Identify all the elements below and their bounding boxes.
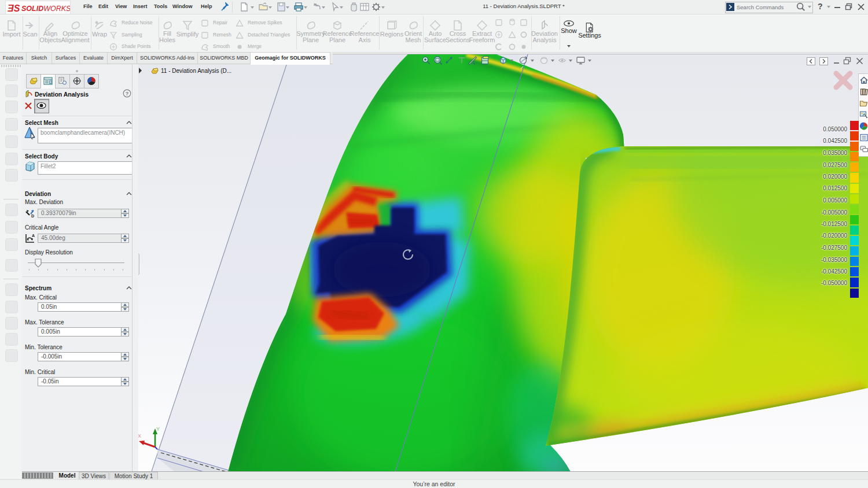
svg-text:?: ?	[126, 91, 129, 97]
svg-text:A: A	[32, 234, 35, 238]
svg-text:D: D	[31, 214, 34, 218]
svg-text:ƎS: ƎS	[8, 3, 20, 13]
svg-text:SOLIDWORKS: SOLIDWORKS	[21, 5, 70, 13]
svg-text:Y: Y	[156, 426, 160, 432]
svg-text:11 - Deviation Analysis (D...: 11 - Deviation Analysis (D...	[161, 68, 231, 74]
